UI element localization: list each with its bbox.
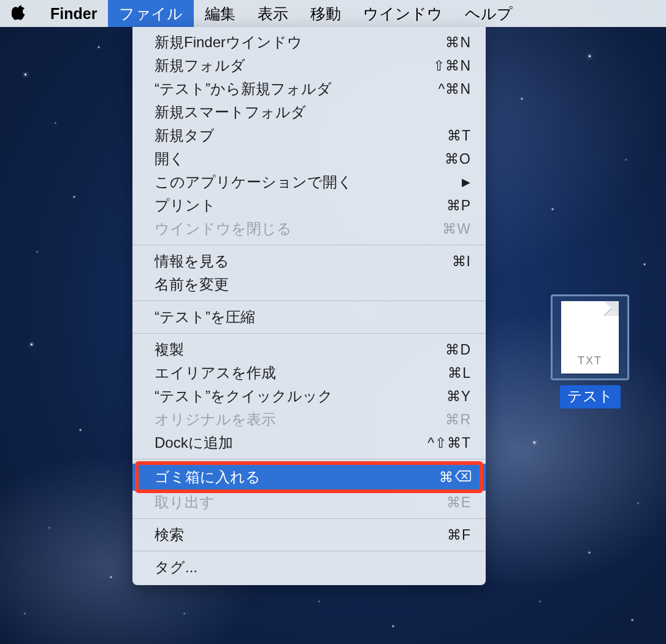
document-extension-label: TXT	[561, 355, 619, 367]
menu-item-label: 複製	[155, 340, 184, 359]
menu-item-label: タグ...	[155, 558, 197, 577]
menu-item-label: 検索	[155, 525, 184, 545]
menu-item-label: Dockに追加	[155, 433, 233, 453]
menu-item-shortcut: ^⌘N	[438, 81, 471, 98]
menu-item-label: 情報を見る	[155, 251, 229, 271]
menu-item[interactable]: “テスト”から新規フォルダ^⌘N	[132, 77, 486, 101]
file-name-label[interactable]: テスト	[560, 385, 621, 408]
menu-separator	[132, 245, 486, 245]
menu-item-label: 新規フォルダ	[155, 56, 245, 75]
menu-item[interactable]: “テスト”を圧縮	[132, 305, 486, 329]
file-menu-dropdown: 新規Finderウインドウ⌘N新規フォルダ⇧⌘N“テスト”から新規フォルダ^⌘N…	[132, 27, 486, 585]
menu-item-label: エイリアスを作成	[155, 363, 276, 383]
menu-2[interactable]: 表示	[247, 0, 299, 27]
menu-item[interactable]: 名前を変更	[132, 273, 486, 296]
menu-item: オリジナルを表示⌘R	[132, 408, 486, 431]
menu-item[interactable]: 新規Finderウインドウ⌘N	[132, 31, 486, 54]
menu-item-shortcut: ⇧⌘N	[433, 58, 471, 74]
menu-item-shortcut: ⌘D	[445, 342, 471, 358]
menu-0[interactable]: ファイル	[108, 0, 194, 27]
file-selection-frame: TXT	[551, 294, 629, 380]
menu-item-shortcut: ⌘	[439, 469, 471, 486]
menu-item-shortcut: ⌘T	[447, 128, 471, 144]
menu-item-shortcut: ⌘W	[442, 221, 471, 237]
menu-item-label: 新規Finderウインドウ	[155, 33, 302, 52]
menu-item[interactable]: ゴミ箱に入れる⌘	[132, 464, 486, 491]
menu-item-shortcut: ⌘F	[447, 527, 471, 543]
menu-item[interactable]: 新規フォルダ⇧⌘N	[132, 54, 486, 77]
menu-item-shortcut: ⌘N	[445, 34, 471, 51]
menu-item-label: このアプリケーションで開く	[155, 172, 353, 192]
menu-item-label: 取り出す	[155, 493, 215, 512]
menu-item-label: ウインドウを閉じる	[155, 219, 292, 239]
menu-item-shortcut: ⌘L	[448, 365, 471, 381]
menu-item-label: 新規スマートフォルダ	[155, 102, 306, 122]
menu-item: 取り出す⌘E	[132, 491, 486, 514]
menu-item-shortcut: ^⇧⌘T	[427, 435, 471, 451]
menu-item[interactable]: “テスト”をクイックルック⌘Y	[132, 385, 486, 408]
menu-separator	[132, 518, 486, 519]
menu-item-shortcut: ⌘I	[452, 253, 471, 270]
menu-item[interactable]: 複製⌘D	[132, 338, 486, 361]
menu-item-label: 新規タブ	[155, 126, 215, 145]
menu-item[interactable]: エイリアスを作成⌘L	[132, 361, 486, 385]
menu-item-shortcut: ⌘O	[445, 151, 471, 167]
menu-item[interactable]: Dockに追加^⇧⌘T	[132, 431, 486, 454]
delete-key-icon	[455, 469, 471, 486]
menu-item-shortcut: ⌘Y	[446, 388, 471, 405]
menu-item-label: “テスト”から新規フォルダ	[155, 79, 332, 99]
menu-item-label: オリジナルを表示	[155, 410, 276, 429]
submenu-arrow-icon: ▶	[462, 175, 471, 189]
menu-item-shortcut: ⌘R	[445, 412, 471, 428]
menu-item-shortcut: ▶	[462, 175, 471, 189]
desktop-file-item[interactable]: TXT テスト	[543, 294, 637, 408]
menu-item[interactable]: 新規タブ⌘T	[132, 124, 486, 147]
menu-item-shortcut: ⌘E	[446, 494, 471, 511]
menu-item[interactable]: プリント⌘P	[132, 194, 486, 217]
apple-menu-icon[interactable]	[0, 0, 39, 28]
menu-separator	[132, 551, 486, 551]
menu-5[interactable]: ヘルプ	[454, 0, 524, 27]
menu-separator	[132, 333, 486, 334]
menu-item[interactable]: 情報を見る⌘I	[132, 250, 486, 273]
menu-item-label: 名前を変更	[155, 275, 229, 294]
text-document-icon: TXT	[561, 301, 619, 374]
menu-item[interactable]: このアプリケーションで開く▶	[132, 171, 486, 194]
menu-item[interactable]: 開く⌘O	[132, 147, 486, 171]
menu-item-label: “テスト”をクイックルック	[155, 386, 333, 406]
menu-separator	[132, 459, 486, 459]
menu-item-label: “テスト”を圧縮	[155, 307, 255, 327]
menu-item[interactable]: タグ...	[132, 556, 486, 579]
menu-item-label: 開く	[155, 149, 185, 169]
menu-item[interactable]: 検索⌘F	[132, 523, 486, 546]
menu-3[interactable]: 移動	[299, 0, 352, 27]
app-name[interactable]: Finder	[39, 0, 108, 27]
menu-item-label: ゴミ箱に入れる	[155, 467, 261, 487]
menu-item: ウインドウを閉じる⌘W	[132, 217, 486, 240]
menu-1[interactable]: 編集	[194, 0, 247, 27]
menu-item[interactable]: 新規スマートフォルダ	[132, 101, 486, 124]
menu-separator	[132, 301, 486, 301]
menu-bar: Finder ファイル編集表示移動ウインドウヘルプ	[0, 0, 666, 27]
menu-item-shortcut: ⌘P	[446, 197, 471, 214]
menu-item-label: プリント	[155, 196, 216, 215]
menu-4[interactable]: ウインドウ	[352, 0, 454, 27]
